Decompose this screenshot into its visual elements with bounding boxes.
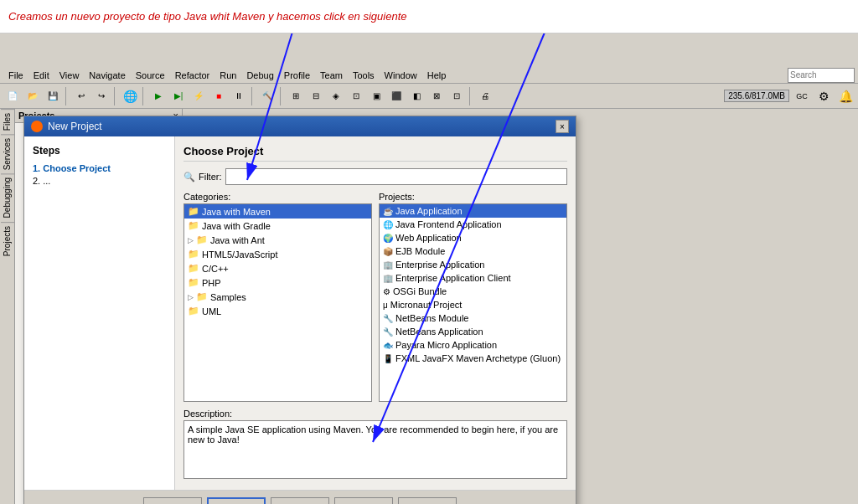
toolbar-notifications-btn[interactable]: 🔔 [836,87,855,105]
toolbar-print-btn[interactable]: 🖨 [476,87,494,105]
menu-source[interactable]: Source [131,69,170,82]
description-section: Description: A simple Java SE applicatio… [183,409,567,481]
project-icon-fxml: 📱 [383,354,393,363]
categories-list[interactable]: 📁 Java with Maven 📁 Java with Gradle ▷ 📁 [183,203,372,402]
toolbar-build-btn[interactable]: 🔨 [258,87,277,105]
back-button[interactable]: < Back [143,497,202,505]
category-php[interactable]: 📁 PHP [184,275,371,290]
category-label-ant: Java with Ant [210,235,265,245]
projects-section: Projects: ☕ Java Application 🌐 Java Fron… [379,192,567,402]
toolbar-extra5[interactable]: ▣ [367,87,385,105]
menu-file[interactable]: File [3,69,28,82]
category-samples[interactable]: ▷ 📁 Samples [184,290,371,304]
toolbar-run-btn[interactable]: ▶ [149,87,168,105]
dialog-footer: < Back Next > Finish Cancel Help [24,490,576,504]
project-ejb[interactable]: 📦 EJB Module [380,244,566,258]
folder-icon-uml: 📁 [188,306,199,316]
ide-background: File Edit View Navigate Source Refactor … [0,33,858,504]
toolbar-debug-btn[interactable]: ▶| [169,87,188,105]
toolbar-extra7[interactable]: ◧ [407,87,426,105]
folder-icon-ant: 📁 [196,234,208,245]
toolbar-extra9[interactable]: ⊡ [447,87,466,105]
toolbar-gc-btn[interactable]: GC [793,87,811,105]
project-icon-web: 🌍 [383,234,393,243]
dialog-title-left: New Project [31,121,102,132]
toolbar-extra1[interactable]: ⊞ [287,87,305,105]
menu-navigate[interactable]: Navigate [84,69,130,82]
menu-help[interactable]: Help [422,69,452,82]
project-micronaut[interactable]: μ Micronaut Project [380,298,566,311]
category-cpp[interactable]: 📁 C/C++ [184,261,371,275]
toolbar-extra8[interactable]: ⊠ [427,87,446,105]
project-netbeans-module[interactable]: 🔧 NetBeans Module [380,311,566,325]
toolbar-globe-btn[interactable]: 🌐 [121,87,139,105]
sidebar-tab-services[interactable]: Services [1,134,14,173]
toolbar-undo-btn[interactable]: ↩ [72,87,90,105]
folder-icon-samples: 📁 [196,291,208,302]
next-button[interactable]: Next > [207,497,266,505]
project-enterprise-client[interactable]: 🏢 Enterprise Application Client [380,271,566,285]
step-2: 2. ... [33,176,166,186]
project-icon-java-app: ☕ [383,207,393,216]
sidebar-tab-debugging[interactable]: Debugging [1,173,14,221]
annotation-bar: Creamos un nuevo proyecto de tipo Java w… [0,0,858,33]
project-icon-frontend: 🌐 [383,220,393,229]
filter-input[interactable] [225,168,568,185]
steps-title: Steps [33,145,166,157]
toolbar-extra4[interactable]: ⊡ [347,87,365,105]
sidebar-tab-files[interactable]: Files [1,109,14,134]
finish-button[interactable]: Finish [271,497,329,505]
toolbar-extra2[interactable]: ⊟ [307,87,325,105]
toolbar-extra6[interactable]: ⬛ [387,87,406,105]
section-title: Choose Project [183,145,567,162]
toolbar-profile-btn[interactable]: ⚡ [189,87,208,105]
project-netbeans-app[interactable]: 🔧 NetBeans Application [380,325,566,338]
dialog-titlebar: New Project × [24,116,576,136]
help-button[interactable]: Help [398,497,457,505]
menu-edit[interactable]: Edit [28,69,54,82]
project-java-app[interactable]: ☕ Java Application [380,204,566,218]
toolbar-pause-btn[interactable]: ⏸ [230,87,248,105]
menu-team[interactable]: Team [315,69,348,82]
sidebar-tab-projects[interactable]: Projects [1,222,14,260]
expand-ant: ▷ [188,236,194,244]
lists-row: Categories: 📁 Java with Maven 📁 Java wit… [183,192,567,402]
menu-run[interactable]: Run [214,69,241,82]
project-fxml[interactable]: 📱 FXML JavaFX Maven Archetype (Gluon) [380,352,566,365]
toolbar-new-btn[interactable]: 📄 [3,87,22,105]
project-payara[interactable]: 🐟 Payara Micro Application [380,338,566,352]
dialog-body: Steps 1. Choose Project 2. ... Choose Pr… [24,136,576,490]
category-java-ant[interactable]: ▷ 📁 Java with Ant [184,233,371,247]
category-uml[interactable]: 📁 UML [184,304,371,318]
category-label-samples: Samples [210,292,246,302]
menu-refactor[interactable]: Refactor [170,69,215,82]
toolbar-extra3[interactable]: ◈ [327,87,345,105]
step-1: 1. Choose Project [33,163,166,173]
project-osgi[interactable]: ⚙ OSGi Bundle [380,285,566,298]
menu-view[interactable]: View [54,69,85,82]
menu-profile[interactable]: Profile [279,69,315,82]
cancel-button[interactable]: Cancel [334,497,393,505]
toolbar-settings-circle[interactable]: ⚙ [814,87,833,105]
category-html5[interactable]: 📁 HTML5/JavaScript [184,247,371,261]
toolbar-redo-btn[interactable]: ↪ [92,87,111,105]
category-label-uml: UML [202,306,221,316]
project-web-app[interactable]: 🌍 Web Application [380,231,566,244]
memory-indicator[interactable]: 235.6/817.0MB [724,90,789,102]
menu-window[interactable]: Window [380,69,422,82]
menu-debug[interactable]: Debug [241,69,278,82]
dialog-close-button[interactable]: × [556,120,569,133]
toolbar-save-btn[interactable]: 💾 [44,87,62,105]
toolbar-stop-btn[interactable]: ■ [209,87,228,105]
category-label-cpp: C/C++ [202,264,229,274]
toolbar-open-btn[interactable]: 📂 [23,87,42,105]
projects-label: Projects: [379,192,567,202]
toolbar-sep1 [65,87,69,105]
project-enterprise[interactable]: 🏢 Enterprise Application [380,258,566,271]
menu-tools[interactable]: Tools [348,69,380,82]
search-input[interactable] [788,68,855,83]
project-java-frontend[interactable]: 🌐 Java Frontend Application [380,218,566,231]
category-java-maven[interactable]: 📁 Java with Maven [184,204,371,219]
projects-list[interactable]: ☕ Java Application 🌐 Java Frontend Appli… [379,203,567,402]
category-java-gradle[interactable]: 📁 Java with Gradle [184,219,371,233]
